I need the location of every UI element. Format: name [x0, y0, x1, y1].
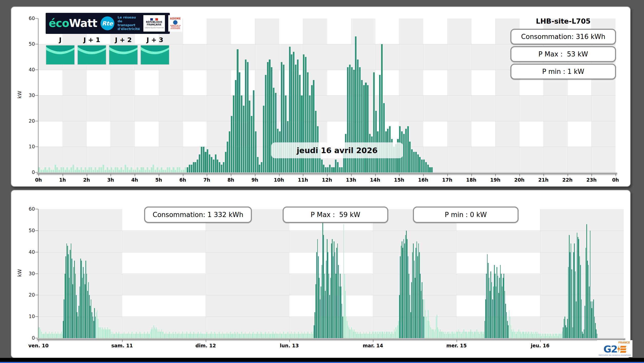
chart-bar	[52, 334, 53, 338]
chart-bar	[206, 334, 206, 338]
chart-bar	[523, 332, 524, 338]
chart-bar	[469, 332, 470, 338]
week-chart-plot[interactable]	[38, 209, 624, 338]
x-tick-mark	[543, 174, 544, 176]
chart-bar	[521, 334, 522, 338]
chart-bar	[308, 332, 308, 338]
chart-bar	[131, 167, 132, 172]
chart-bar	[93, 170, 94, 172]
chart-bar	[544, 334, 545, 338]
chart-bar	[161, 167, 162, 172]
chart-bar	[402, 241, 402, 338]
chart-bar	[316, 252, 317, 338]
chart-bar	[145, 170, 146, 172]
chart-bar	[422, 282, 422, 338]
chart-bar	[392, 332, 393, 338]
chart-bar	[511, 325, 511, 338]
chart-bar	[231, 116, 232, 172]
chart-bar	[293, 334, 294, 338]
day-button-j2[interactable]: J + 2	[109, 36, 138, 65]
chart-bar	[467, 334, 468, 338]
chart-bar	[98, 167, 100, 172]
day-button-label: J	[46, 36, 75, 45]
chart-bar	[118, 334, 118, 338]
chart-bar	[44, 334, 44, 338]
chart-bar	[117, 167, 118, 172]
chart-bar	[362, 334, 362, 338]
chart-bar	[384, 332, 385, 338]
chart-bar	[413, 243, 414, 338]
chart-bar	[341, 167, 343, 172]
chart-bar	[221, 334, 222, 338]
chart-bar	[205, 152, 206, 172]
chart-bar	[338, 265, 339, 338]
chart-bar	[333, 256, 334, 338]
chart-bar	[151, 167, 152, 172]
chart-bar	[494, 265, 495, 338]
chart-bar	[120, 334, 120, 338]
chart-bar	[449, 334, 449, 338]
chart-bar	[177, 334, 178, 338]
chart-bar	[551, 336, 552, 338]
chart-bar	[250, 334, 251, 338]
chart-bar	[38, 167, 40, 172]
day-button-j3[interactable]: J + 3	[140, 36, 170, 65]
chart-bar	[567, 319, 568, 338]
day-button-j[interactable]: J	[46, 36, 75, 65]
chart-bar	[255, 334, 256, 338]
chart-bar	[321, 287, 321, 338]
chart-bar	[227, 334, 228, 338]
y-tick-label: 50	[21, 228, 35, 233]
chart-bar	[415, 248, 416, 338]
chart-bar	[482, 332, 482, 338]
chart-bar	[401, 246, 402, 338]
chart-bar	[167, 334, 168, 338]
chart-bar	[160, 332, 161, 338]
x-tick-mark	[38, 174, 39, 176]
chart-bar	[151, 329, 152, 338]
chart-bar	[237, 49, 238, 172]
chart-bar	[300, 334, 301, 338]
chart-bar	[498, 276, 498, 338]
chart-bar	[375, 332, 376, 338]
chart-bar	[203, 147, 204, 172]
chart-bar	[157, 167, 158, 172]
chart-bar	[492, 299, 493, 338]
x-tick-mark	[111, 174, 111, 176]
chart-bar	[339, 167, 341, 172]
chart-bar	[335, 274, 336, 338]
chart-bar	[294, 334, 294, 338]
chart-bar	[82, 278, 83, 338]
chart-bar	[277, 334, 278, 338]
chart-bar	[410, 295, 410, 338]
chart-bar	[199, 334, 200, 338]
chart-bar	[454, 332, 455, 338]
chart-bar	[137, 167, 138, 172]
chart-bar	[500, 265, 501, 338]
chart-bar	[423, 317, 424, 338]
chart-bar	[310, 334, 311, 338]
chart-bar	[236, 334, 237, 338]
chart-bar	[429, 321, 429, 338]
chart-bar	[322, 211, 323, 338]
chart-bar	[147, 332, 148, 338]
chart-bar	[390, 332, 390, 338]
chart-bar	[463, 332, 463, 338]
chart-bar	[101, 329, 102, 338]
chart-bar	[101, 167, 102, 172]
chart-bar	[206, 332, 207, 338]
chart-bar	[560, 334, 561, 338]
chart-bar	[165, 170, 166, 172]
chart-bar	[564, 319, 564, 338]
chart-bar	[247, 334, 248, 338]
day-button-j1[interactable]: J + 1	[77, 36, 106, 65]
taskbar[interactable]	[0, 358, 644, 363]
chart-bar	[135, 334, 136, 338]
chart-bar	[217, 160, 218, 172]
x-tick-mark	[122, 340, 123, 342]
chart-bar	[395, 332, 395, 338]
chart-bar	[189, 334, 190, 338]
chart-bar	[582, 332, 583, 338]
chart-bar	[133, 334, 134, 338]
week-panel: Consommation: 1 332 kWh P Max : 59 kW P …	[11, 190, 631, 358]
